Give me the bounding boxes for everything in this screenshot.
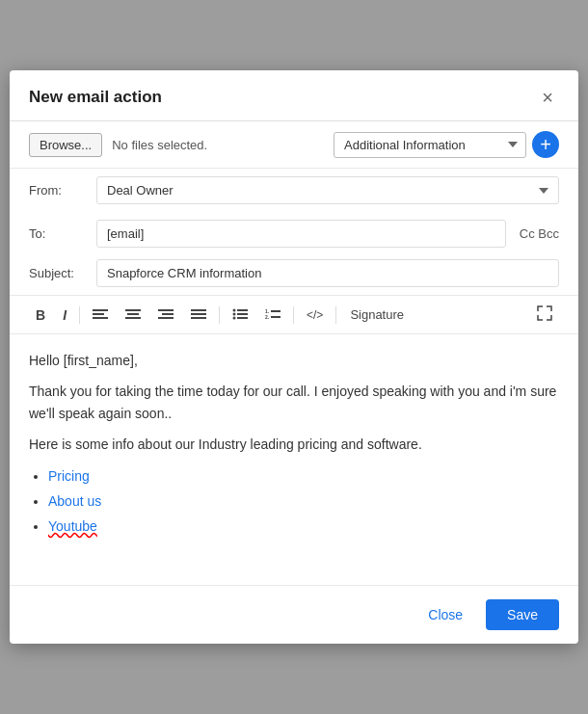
align-center-button[interactable] bbox=[119, 304, 147, 326]
browse-button[interactable]: Browse... bbox=[29, 133, 102, 157]
editor-greeting: Hello [first_name], bbox=[29, 350, 559, 371]
to-input[interactable] bbox=[96, 220, 506, 248]
svg-point-14 bbox=[233, 312, 236, 315]
numbered-list-button[interactable]: 1.2. bbox=[258, 304, 287, 326]
dialog-footer: Close Save bbox=[10, 585, 578, 644]
dialog-title: New email action bbox=[29, 88, 162, 107]
from-label: From: bbox=[29, 183, 87, 198]
bullet-list-button[interactable] bbox=[226, 304, 254, 326]
bold-button[interactable]: B bbox=[29, 304, 52, 326]
svg-point-12 bbox=[233, 308, 236, 311]
close-icon[interactable]: × bbox=[536, 86, 559, 109]
top-bar: Browse... No files selected. Additional … bbox=[10, 121, 578, 169]
italic-button[interactable]: I bbox=[56, 304, 73, 326]
editor-area[interactable]: Hello [first_name], Thank you for taking… bbox=[10, 334, 578, 585]
subject-label: Subject: bbox=[29, 266, 87, 280]
svg-point-16 bbox=[233, 316, 236, 319]
additional-info-select[interactable]: Additional Information bbox=[334, 132, 526, 158]
toolbar-separator-1 bbox=[79, 306, 80, 324]
toolbar-separator-3 bbox=[293, 306, 294, 324]
signature-button[interactable]: Signature bbox=[342, 304, 412, 326]
list-item: Pricing bbox=[48, 465, 559, 487]
overlay: New email action × Browse... No files se… bbox=[0, 0, 588, 714]
about-us-link[interactable]: About us bbox=[48, 493, 101, 509]
list-item: Youtube bbox=[48, 516, 559, 537]
toolbar-separator-4 bbox=[335, 306, 336, 324]
cc-bcc-label[interactable]: Cc Bcc bbox=[520, 226, 559, 241]
editor-toolbar: B I 1.2. </> Sign bbox=[10, 295, 578, 334]
align-right-button[interactable] bbox=[151, 304, 180, 326]
pricing-link[interactable]: Pricing bbox=[48, 468, 90, 484]
dialog: New email action × Browse... No files se… bbox=[10, 70, 578, 644]
svg-text:2.: 2. bbox=[265, 314, 270, 320]
to-label: To: bbox=[29, 226, 87, 241]
from-row: From: Deal Owner bbox=[10, 169, 578, 212]
no-files-label: No files selected. bbox=[112, 138, 207, 152]
justify-button[interactable] bbox=[184, 304, 213, 326]
add-button[interactable]: + bbox=[532, 131, 559, 158]
list-item: About us bbox=[48, 490, 559, 512]
editor-links-list: Pricing About us Youtube bbox=[48, 465, 559, 538]
expand-button[interactable] bbox=[530, 302, 559, 328]
editor-para2: Here is some info about our Industry lea… bbox=[29, 434, 559, 455]
subject-input[interactable] bbox=[96, 259, 559, 287]
youtube-link[interactable]: Youtube bbox=[48, 518, 97, 534]
align-left-button[interactable] bbox=[86, 304, 115, 326]
to-row: To: Cc Bcc bbox=[10, 212, 578, 255]
editor-para1: Thank you for taking the time today for … bbox=[29, 381, 559, 424]
dialog-header: New email action × bbox=[10, 70, 578, 121]
close-button[interactable]: Close bbox=[414, 599, 476, 630]
subject-row: Subject: bbox=[10, 255, 578, 295]
from-select[interactable]: Deal Owner bbox=[96, 176, 559, 204]
code-button[interactable]: </> bbox=[300, 305, 330, 325]
dropdown-wrapper: Additional Information + bbox=[334, 131, 559, 158]
save-button[interactable]: Save bbox=[486, 599, 559, 630]
toolbar-separator-2 bbox=[219, 306, 220, 324]
